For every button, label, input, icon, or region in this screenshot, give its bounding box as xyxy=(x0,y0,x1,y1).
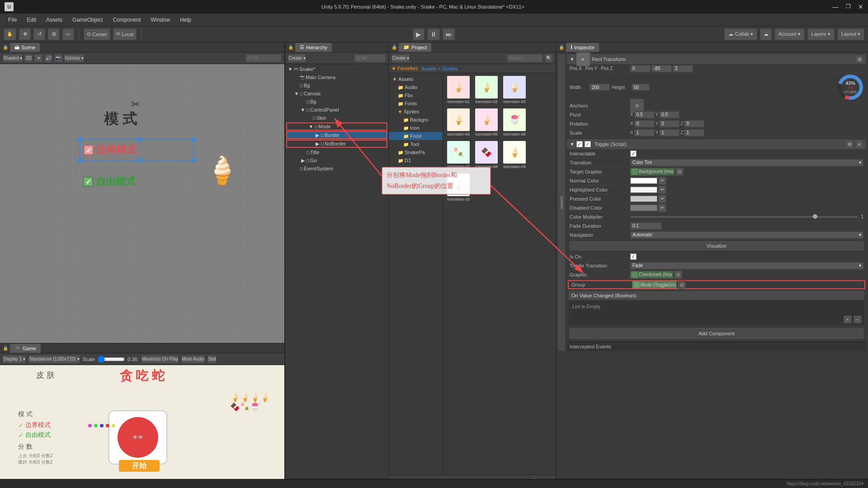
fade-duration-field[interactable] xyxy=(630,222,662,230)
menu-edit[interactable]: Edit xyxy=(22,15,41,24)
stats-button[interactable]: Stat xyxy=(208,355,217,363)
hierarchy-create-button[interactable]: Create ▾ xyxy=(288,54,306,62)
asset-icecream-02[interactable]: 🍦 icecream-02 xyxy=(473,75,500,107)
normal-color-picker-button[interactable]: ✏ xyxy=(658,177,666,185)
account-button[interactable]: Account ▾ xyxy=(774,28,805,40)
toggle-script-header[interactable]: ▼ ✓ ✓ Toggle (Script) ⚙ ≡ xyxy=(567,139,866,149)
mute-audio-button[interactable]: Mute Audio xyxy=(181,355,205,363)
asset-icecream-03[interactable]: 🍦 icecream-03 xyxy=(501,75,528,107)
toggle-script-settings-button[interactable]: ⚙ xyxy=(845,140,854,148)
close-button[interactable]: ✕ xyxy=(858,3,863,10)
asset-icecream-01[interactable]: 🍦 icecream-01 xyxy=(445,75,472,107)
asset-icecream-08[interactable]: 🍫 icecream-08 xyxy=(473,140,500,172)
hier-noborder[interactable]: ▶ ◻ NoBorder xyxy=(286,140,387,148)
rect-transform-header[interactable]: ▼ ⊞ Rect Transform ⚙ xyxy=(567,54,866,64)
border-toggle[interactable]: ✓ 边界模式 xyxy=(79,139,194,161)
menu-gameobject[interactable]: GameObject xyxy=(68,15,107,24)
pivot-y-field[interactable] xyxy=(659,111,679,118)
hier-go[interactable]: ▶ ◻ Go xyxy=(285,156,388,164)
pressed-color-swatch[interactable] xyxy=(630,196,657,202)
asset-icecream-07[interactable]: 🍡 icecream-07 xyxy=(445,140,472,172)
is-on-checkbox[interactable]: ✓ xyxy=(630,253,637,260)
hier-mode[interactable]: ▼ ◻ Mode xyxy=(286,122,387,131)
pos-z-field[interactable] xyxy=(673,65,693,72)
rot-z-field[interactable] xyxy=(684,120,704,127)
step-button[interactable]: ⏭ xyxy=(443,28,455,40)
tree-fbx[interactable]: 📁 Fbx xyxy=(389,91,443,99)
color-multiplier-thumb[interactable] xyxy=(813,214,817,219)
rot-x-field[interactable] xyxy=(634,120,655,127)
asset-icecream-06[interactable]: 🍧 icecream-06 xyxy=(501,108,528,139)
shaded-dropdown[interactable]: Shaded ▾ xyxy=(3,54,23,62)
rect-settings-button[interactable]: ⚙ xyxy=(855,55,863,63)
start-button[interactable]: 开始 xyxy=(119,460,160,472)
tree-assets[interactable]: ▼ Assets xyxy=(389,75,443,83)
normal-color-swatch[interactable] xyxy=(630,178,657,184)
toggle-transition-dropdown[interactable]: Fade ▾ xyxy=(630,262,863,269)
pos-y-field[interactable] xyxy=(651,65,672,72)
hand-tool-button[interactable]: ✋ xyxy=(4,28,16,40)
camera-button[interactable]: 📷 xyxy=(54,54,62,62)
rot-y-field[interactable] xyxy=(659,120,679,127)
transition-dropdown[interactable]: Color Tint ▾ xyxy=(630,159,863,166)
hierarchy-tab[interactable]: ☰ Hierarchy xyxy=(295,43,332,52)
resolution-dropdown[interactable]: Standalone (1280x720) ▾ xyxy=(28,355,80,363)
tree-d1[interactable]: 📁 D1 xyxy=(389,156,443,164)
target-graphic-ref[interactable]: Background (Ima xyxy=(630,168,675,175)
tree-tool[interactable]: 📁 Tool xyxy=(389,140,443,148)
hier-event-system[interactable]: ◻ EventSystem xyxy=(285,164,388,173)
hier-canvas-bg[interactable]: ◻ Bg xyxy=(285,98,388,106)
collab-button[interactable]: ☁ Collab ▾ xyxy=(724,28,757,40)
toggle-script-menu-button[interactable]: ≡ xyxy=(855,140,863,148)
project-search-button[interactable]: 🔍 xyxy=(545,54,553,62)
tree-backgro[interactable]: 📁 Backgro xyxy=(389,116,443,124)
scene-search-input[interactable] xyxy=(245,54,282,62)
gizmos-button[interactable]: Gizmos ▾ xyxy=(64,54,84,62)
pivot-x-field[interactable] xyxy=(634,111,655,118)
tree-icon[interactable]: 📁 Icon xyxy=(389,124,443,132)
rotate-tool-button[interactable]: ↺ xyxy=(33,28,45,40)
graphic-ref[interactable]: Checkmark (Ima xyxy=(630,271,673,278)
hier-canvas[interactable]: ▼ ◻ Canvas xyxy=(285,89,388,98)
display-dropdown[interactable]: Display 1 ▾ xyxy=(3,355,26,363)
center-button[interactable]: ⊙ Center xyxy=(84,28,110,40)
hier-border[interactable]: ▶ ◻ Border xyxy=(286,131,387,139)
scene-tab[interactable]: 🏔 Scene xyxy=(10,43,40,52)
menu-help[interactable]: Help xyxy=(175,15,196,24)
pos-x-field[interactable] xyxy=(630,65,651,72)
pause-button[interactable]: ⏸ xyxy=(427,28,440,40)
scale-z-field[interactable] xyxy=(684,129,704,136)
menu-window[interactable]: Window xyxy=(146,15,175,24)
ovc-remove-button[interactable]: − xyxy=(854,315,862,324)
hier-bg[interactable]: ◻ Bg xyxy=(285,81,388,89)
layout-button[interactable]: Layout ▾ xyxy=(837,28,864,40)
hier-control-panel[interactable]: ▼ ◻ ControlPanel xyxy=(285,106,388,114)
asset-icecream-05[interactable]: 🍦 icecream-05 xyxy=(473,108,500,139)
group-ref[interactable]: Mode (ToggleGro xyxy=(632,281,677,288)
rect-tool-button[interactable]: ▭ xyxy=(62,28,74,40)
tree-fonts[interactable]: 📁 Fonts xyxy=(389,99,443,108)
menu-component[interactable]: Component xyxy=(108,15,145,24)
project-create-button[interactable]: Create ▾ xyxy=(392,54,410,62)
interactable-checkbox[interactable]: ✓ xyxy=(630,150,637,157)
add-component-button[interactable]: Add Component xyxy=(570,328,863,339)
visualize-button[interactable]: Visualize xyxy=(570,241,863,250)
hierarchy-search-input[interactable] xyxy=(354,54,386,62)
play-button[interactable]: ▶ xyxy=(413,28,425,40)
project-tab[interactable]: 📁 Project xyxy=(399,43,431,52)
highlighted-color-picker-button[interactable]: ✏ xyxy=(658,186,666,194)
disabled-color-picker-button[interactable]: ✏ xyxy=(658,204,666,212)
toggle-script-checkbox[interactable]: ✓ xyxy=(576,141,583,147)
tree-snakepa[interactable]: 📁 SnakePa xyxy=(389,148,443,156)
asset-icecream-04[interactable]: 🍦 icecream-04 xyxy=(445,108,472,139)
tree-audio[interactable]: 📁 Audio xyxy=(389,83,443,91)
hier-main-camera[interactable]: 📷 Main Camera xyxy=(285,73,388,81)
scale-x-field[interactable] xyxy=(634,129,655,136)
navigation-dropdown[interactable]: Automatic ▾ xyxy=(630,231,863,239)
scene-viewport[interactable]: 模 式 ✂ ✓ 边界模式 xyxy=(0,64,284,343)
lights-button[interactable]: ☀ xyxy=(34,54,42,62)
disabled-color-swatch[interactable] xyxy=(630,205,657,211)
layers-button[interactable]: Layers ▾ xyxy=(807,28,835,40)
2d-button[interactable]: 2D xyxy=(24,54,33,62)
minimize-button[interactable]: — xyxy=(832,3,839,10)
